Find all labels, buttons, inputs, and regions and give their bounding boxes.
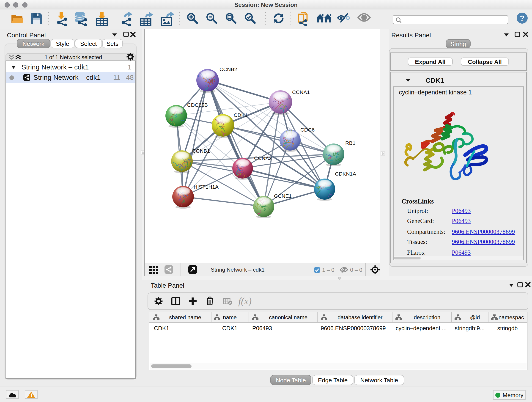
svg-text:CDC25B: CDC25B (187, 102, 208, 108)
svg-text:CDK1: CDK1 (234, 112, 248, 118)
svg-text:CCNA2: CCNA2 (254, 155, 272, 161)
svg-text:CCNE1: CCNE1 (274, 193, 292, 199)
svg-text:?: ? (520, 14, 525, 22)
svg-text:CCNB2: CCNB2 (220, 66, 237, 72)
svg-text:CDC6: CDC6 (300, 127, 315, 133)
svg-text:CCNB1: CCNB1 (192, 148, 210, 154)
svg-text:HIST1H1A: HIST1H1A (194, 184, 219, 190)
svg-text:CDKN1A: CDKN1A (335, 171, 356, 177)
svg-text:CCNA1: CCNA1 (292, 89, 310, 95)
svg-text:RB1: RB1 (345, 140, 355, 146)
